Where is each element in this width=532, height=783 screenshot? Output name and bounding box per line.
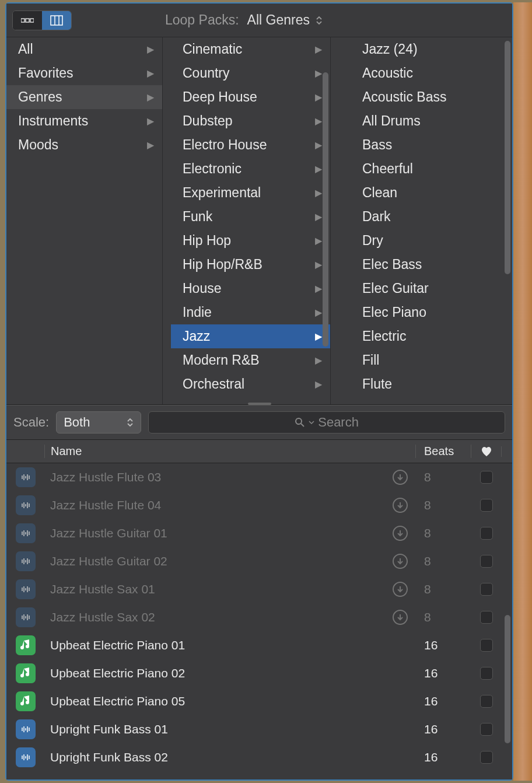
favorite-checkbox[interactable] <box>480 583 493 596</box>
favorite-checkbox[interactable] <box>480 611 493 624</box>
genre-item[interactable]: Electronic▶ <box>171 157 330 181</box>
loop-name: Jazz Hustle Flute 04 <box>50 498 161 512</box>
loop-type-cell <box>6 579 44 599</box>
loop-favorite-cell <box>471 555 502 568</box>
table-row[interactable]: Jazz Hustle Guitar 028 <box>6 547 512 575</box>
tag-item[interactable]: Elec Bass <box>339 253 512 277</box>
table-row[interactable]: Upright Funk Bass 0116 <box>6 715 512 743</box>
favorite-checkbox[interactable] <box>480 667 493 680</box>
resize-handle[interactable] <box>248 403 271 405</box>
loop-name-cell: Jazz Hustle Flute 03 <box>44 470 416 485</box>
tag-label: Dry <box>362 233 383 249</box>
search-input[interactable]: Search <box>148 411 505 434</box>
chevron-right-icon: ▶ <box>315 163 322 174</box>
loop-name: Jazz Hustle Guitar 02 <box>50 554 167 568</box>
favorite-checkbox[interactable] <box>480 695 493 708</box>
category-item[interactable]: Instruments▶ <box>6 109 162 133</box>
genre-item[interactable]: Funk▶ <box>171 205 330 229</box>
favorite-checkbox[interactable] <box>480 527 493 540</box>
genre-item[interactable]: Electro House▶ <box>171 133 330 157</box>
chevron-right-icon: ▶ <box>315 187 322 198</box>
tag-item[interactable]: Dark <box>339 205 512 229</box>
col-header-name[interactable]: Name <box>44 445 416 458</box>
download-icon[interactable] <box>393 554 408 569</box>
view-button-columns[interactable] <box>42 11 71 30</box>
loop-favorite-cell <box>471 667 502 680</box>
favorite-checkbox[interactable] <box>480 751 493 764</box>
scale-select[interactable]: Both <box>56 411 141 434</box>
favorite-checkbox[interactable] <box>480 639 493 652</box>
table-row[interactable]: Jazz Hustle Flute 038 <box>6 463 512 491</box>
table-row[interactable]: Upbeat Electric Piano 0516 <box>6 687 512 715</box>
genre-item[interactable]: Country▶ <box>171 61 330 85</box>
table-row[interactable]: Upbeat Electric Piano 0116 <box>6 631 512 659</box>
audio-loop-icon <box>16 747 36 767</box>
midi-loop-icon <box>16 635 36 655</box>
genre-item[interactable]: Hip Hop▶ <box>171 229 330 253</box>
tag-item[interactable]: Jazz (24) <box>339 37 512 61</box>
tag-item[interactable]: Electric <box>339 324 512 348</box>
genre-item[interactable]: Hip Hop/R&B▶ <box>171 253 330 277</box>
category-item[interactable]: Genres▶ <box>6 85 162 109</box>
scrollbar-thumb[interactable] <box>505 41 510 274</box>
tag-item[interactable]: Dry <box>339 229 512 253</box>
genre-item[interactable]: Dubstep▶ <box>171 109 330 133</box>
loop-table-body: Jazz Hustle Flute 038Jazz Hustle Flute 0… <box>6 463 512 779</box>
favorite-checkbox[interactable] <box>480 723 493 736</box>
genre-label: Jazz <box>183 328 210 344</box>
scrollbar-thumb[interactable] <box>323 72 328 347</box>
genre-item[interactable]: Deep House▶ <box>171 85 330 109</box>
loop-type-cell <box>6 495 44 515</box>
category-item[interactable]: All▶ <box>6 37 162 61</box>
category-item[interactable]: Moods▶ <box>6 133 162 157</box>
table-row[interactable]: Upright Funk Bass 0216 <box>6 743 512 771</box>
loop-favorite-cell <box>471 527 502 540</box>
col-header-favorite[interactable] <box>471 446 502 457</box>
download-icon[interactable] <box>393 582 408 597</box>
loop-packs-selector[interactable]: Loop Packs: All Genres <box>165 12 323 28</box>
scrollbar-thumb[interactable] <box>505 615 510 743</box>
tag-item[interactable]: Fill <box>339 348 512 372</box>
download-icon[interactable] <box>393 610 408 625</box>
tag-item[interactable]: Elec Piano <box>339 300 512 324</box>
genre-item[interactable]: Orchestral▶ <box>171 372 330 396</box>
genre-item[interactable]: Jazz▶ <box>171 324 330 348</box>
download-icon[interactable] <box>393 526 408 541</box>
columns-icon <box>50 15 63 26</box>
tag-item[interactable]: Acoustic Bass <box>339 85 512 109</box>
tag-item[interactable]: Clean <box>339 181 512 205</box>
view-button-grid[interactable] <box>13 11 42 30</box>
audio-loop-icon <box>16 719 36 739</box>
tag-label: Elec Guitar <box>362 281 429 296</box>
genre-item[interactable]: House▶ <box>171 277 330 300</box>
tag-item[interactable]: Elec Guitar <box>339 277 512 300</box>
category-item[interactable]: Favorites▶ <box>6 61 162 85</box>
tag-label: Fill <box>362 352 379 368</box>
favorite-checkbox[interactable] <box>480 499 493 512</box>
loop-name-cell: Upbeat Electric Piano 05 <box>44 694 416 708</box>
chevron-right-icon: ▶ <box>315 92 322 103</box>
genre-item[interactable]: Modern R&B▶ <box>171 348 330 372</box>
genre-item[interactable]: Indie▶ <box>171 300 330 324</box>
download-icon[interactable] <box>393 498 408 513</box>
svg-rect-0 <box>21 19 24 22</box>
search-bar: Scale: Both Search <box>6 405 512 440</box>
table-row[interactable]: Jazz Hustle Sax 018 <box>6 575 512 603</box>
genre-item[interactable]: Experimental▶ <box>171 181 330 205</box>
chevron-right-icon: ▶ <box>315 44 322 55</box>
table-row[interactable]: Jazz Hustle Guitar 018 <box>6 519 512 547</box>
table-row[interactable]: Jazz Hustle Sax 028 <box>6 603 512 631</box>
genre-item[interactable]: Cinematic▶ <box>171 37 330 61</box>
tag-item[interactable]: All Drums <box>339 109 512 133</box>
chevron-right-icon: ▶ <box>315 211 322 222</box>
table-row[interactable]: Upbeat Electric Piano 0216 <box>6 659 512 687</box>
tag-item[interactable]: Bass <box>339 133 512 157</box>
favorite-checkbox[interactable] <box>480 555 493 568</box>
table-row[interactable]: Jazz Hustle Flute 048 <box>6 491 512 519</box>
tag-item[interactable]: Flute <box>339 372 512 396</box>
tag-item[interactable]: Cheerful <box>339 157 512 181</box>
col-header-beats[interactable]: Beats <box>416 445 471 458</box>
favorite-checkbox[interactable] <box>480 471 493 484</box>
download-icon[interactable] <box>393 470 408 485</box>
tag-item[interactable]: Acoustic <box>339 61 512 85</box>
